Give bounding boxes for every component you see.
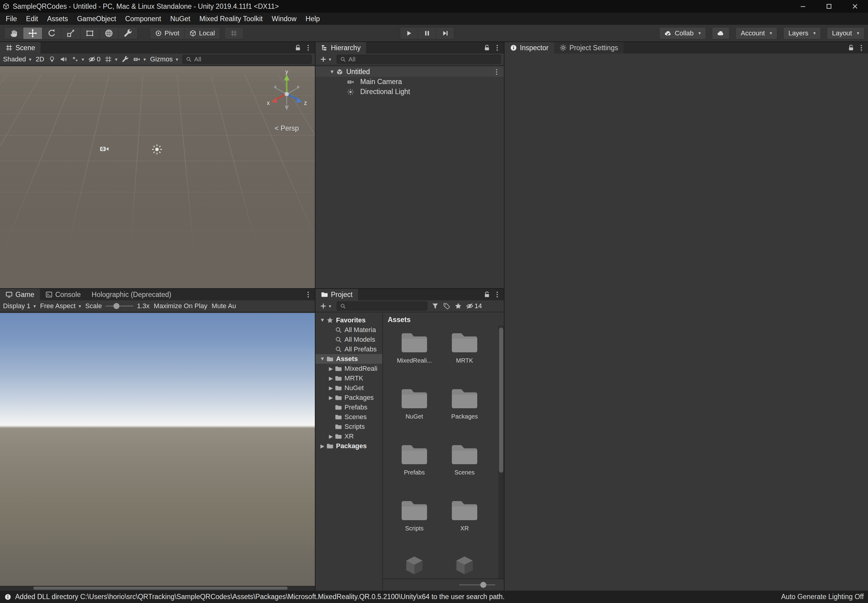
perspective-toggle[interactable]: < Persp (264, 124, 309, 133)
maximize-on-play-toggle[interactable]: Maximize On Play (154, 302, 207, 310)
scene-search-input[interactable]: All (183, 55, 312, 64)
asset-item-mixedreality[interactable]: MixedReali... (390, 330, 439, 386)
rotate-tool-button[interactable] (42, 27, 61, 39)
tree-all-prefabs[interactable]: All Prefabs (316, 345, 382, 354)
tree-all-materials[interactable]: All Materia (316, 325, 382, 335)
grid-snap-button[interactable] (224, 27, 243, 39)
move-tool-button[interactable] (23, 27, 42, 39)
aspect-ratio-dropdown[interactable]: Free Aspect▾ (40, 302, 81, 310)
scene-lighting-toggle[interactable] (48, 56, 56, 63)
tree-folder-xr[interactable]: ▶ XR (316, 431, 382, 441)
hierarchy-kebab-menu-icon[interactable] (494, 44, 501, 51)
menu-file[interactable]: File (1, 13, 22, 25)
asset-zoom-slider[interactable] (459, 584, 495, 586)
asset-item-package-2[interactable] (440, 554, 489, 578)
asset-zoom-thumb[interactable] (480, 582, 486, 588)
account-dropdown[interactable]: Account▾ (735, 27, 777, 39)
local-toggle-button[interactable]: Local (184, 27, 220, 39)
component-tools-button[interactable] (122, 56, 129, 63)
asset-item-packages[interactable]: Packages (440, 386, 489, 442)
hidden-packages-toggle[interactable]: 14 (466, 302, 482, 310)
tree-folder-nuget[interactable]: ▶ NuGet (316, 383, 382, 393)
minimize-button[interactable] (790, 0, 816, 13)
layers-dropdown[interactable]: Layers▾ (783, 27, 821, 39)
tree-packages-root[interactable]: ▶ Packages (316, 441, 382, 451)
project-search-input[interactable] (337, 302, 427, 311)
tab-project[interactable]: Project (316, 289, 358, 300)
pivot-toggle-button[interactable]: Pivot (150, 27, 184, 39)
scene-visibility-toggle[interactable]: 0 (88, 55, 101, 63)
create-asset-dropdown[interactable]: ▾ (319, 302, 333, 310)
custom-tool-button[interactable] (119, 27, 138, 39)
tree-all-models[interactable]: All Models (316, 335, 382, 345)
tree-assets-root[interactable]: ▼ Assets (316, 354, 382, 364)
save-search-star-icon[interactable] (455, 302, 462, 310)
hierarchy-search-input[interactable]: All (337, 55, 501, 64)
game-horizontal-scrollbar[interactable] (0, 586, 315, 591)
close-button[interactable] (842, 0, 868, 13)
tab-inspector[interactable]: Inspector (504, 42, 554, 54)
tab-scene[interactable]: Scene (0, 42, 40, 54)
menu-gameobject[interactable]: GameObject (73, 13, 121, 25)
inspector-lock-icon[interactable] (848, 44, 855, 51)
layout-dropdown[interactable]: Layout▾ (827, 27, 864, 39)
hand-tool-button[interactable] (4, 27, 23, 39)
tab-project-settings[interactable]: Project Settings (554, 42, 624, 54)
orientation-gizmo[interactable]: y x z (264, 70, 309, 116)
scale-tool-button[interactable] (61, 27, 80, 39)
hierarchy-scene-row[interactable]: ▼ Untitled (316, 67, 504, 77)
directional-light-gizmo-icon[interactable] (151, 144, 163, 156)
hierarchy-item-main-camera[interactable]: Main Camera (316, 77, 504, 87)
hierarchy-lock-icon[interactable] (483, 44, 490, 51)
cloud-services-button[interactable] (712, 27, 729, 39)
scene-viewport[interactable]: y x z < Persp (0, 66, 315, 288)
tree-folder-scenes[interactable]: Scenes (316, 412, 382, 422)
scene-kebab-menu-icon[interactable] (305, 44, 312, 51)
menu-window[interactable]: Window (267, 13, 301, 25)
step-button[interactable] (436, 27, 454, 39)
asset-item-xr[interactable]: XR (440, 498, 489, 554)
status-bar[interactable]: Added DLL directory C:\Users\horio\src\Q… (0, 591, 868, 603)
tree-folder-prefabs[interactable]: Prefabs (316, 402, 382, 412)
create-object-dropdown[interactable]: ▾ (319, 56, 333, 63)
project-scrollbar-thumb[interactable] (499, 328, 503, 473)
asset-item-package-1[interactable] (390, 554, 439, 578)
tab-game[interactable]: Game (0, 289, 40, 300)
scene-camera-dropdown[interactable]: ▾ (133, 56, 146, 63)
asset-item-mrtk[interactable]: MRTK (440, 330, 489, 386)
game-kebab-menu-icon[interactable] (305, 291, 312, 298)
menu-mixed-reality-toolkit[interactable]: Mixed Reality Toolkit (195, 13, 267, 25)
transform-tool-button[interactable] (99, 27, 119, 39)
camera-gizmo-icon[interactable] (99, 144, 110, 155)
auto-generate-lighting-status[interactable]: Auto Generate Lighting Off (781, 593, 864, 601)
scene-row-kebab-icon[interactable] (493, 68, 500, 76)
tree-folder-packages[interactable]: ▶ Packages (316, 393, 382, 402)
collapse-arrow-icon[interactable]: ▼ (328, 69, 336, 75)
scene-effects-dropdown[interactable]: ▾ (71, 56, 84, 63)
menu-assets[interactable]: Assets (43, 13, 73, 25)
inspector-kebab-menu-icon[interactable] (858, 44, 865, 51)
search-by-label-icon[interactable] (443, 302, 450, 310)
menu-nuget[interactable]: NuGet (166, 13, 195, 25)
menu-edit[interactable]: Edit (22, 13, 43, 25)
project-lock-icon[interactable] (483, 291, 490, 298)
scene-lock-icon[interactable] (294, 44, 302, 51)
mute-audio-toggle[interactable]: Mute Au (212, 302, 236, 310)
scale-slider-knob[interactable] (113, 303, 119, 309)
project-vertical-scrollbar[interactable] (498, 326, 504, 578)
game-viewport[interactable] (0, 313, 315, 591)
rect-tool-button[interactable] (80, 27, 99, 39)
scene-audio-toggle[interactable] (60, 56, 67, 63)
gizmos-dropdown[interactable]: Gizmos▾ (150, 55, 178, 63)
asset-item-scenes[interactable]: Scenes (440, 442, 489, 498)
tab-hierarchy[interactable]: Hierarchy (316, 42, 366, 54)
shading-mode-dropdown[interactable]: Shaded▾ (3, 55, 31, 63)
search-by-type-icon[interactable] (432, 302, 439, 310)
play-button[interactable] (400, 27, 418, 39)
scale-slider[interactable] (105, 305, 133, 307)
tab-console[interactable]: Console (40, 289, 86, 300)
project-kebab-menu-icon[interactable] (494, 291, 501, 298)
menu-component[interactable]: Component (121, 13, 166, 25)
tree-folder-mixedreality[interactable]: ▶ MixedReali (316, 364, 382, 373)
asset-item-prefabs[interactable]: Prefabs (390, 442, 439, 498)
